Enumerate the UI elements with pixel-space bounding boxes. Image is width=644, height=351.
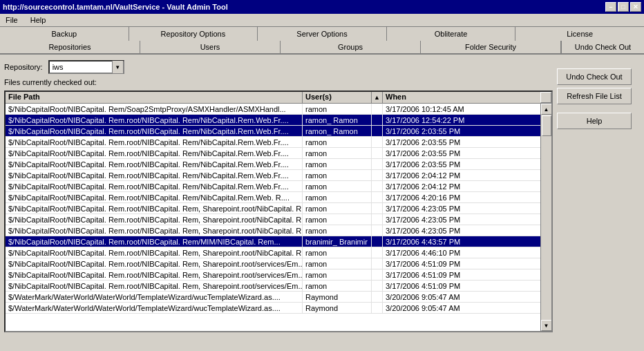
cell-sort (372, 115, 383, 125)
toolbar-undo-checkout[interactable]: Undo Check Out (561, 41, 644, 53)
sort-arrow-icon: ▲ (374, 94, 380, 101)
right-panel-spacer2 (557, 107, 640, 110)
table-row[interactable]: $/NibCapitalRoot/NIBCapital. Rem.root/NI… (6, 247, 540, 258)
cell-when: 3/17/2006 2:03:55 PM (383, 137, 540, 147)
table-row[interactable]: $/NibCapitalRoot/NIBCapital. Rem.root/NI… (6, 137, 540, 148)
table-row[interactable]: $/NibCapitalRoot/NIBCapital. Rem.root/NI… (6, 115, 540, 126)
table-row[interactable]: $/NibCapitalRoot/NIBCapital. Rem.root/NI… (6, 181, 540, 192)
cell-when: 3/17/2006 4:43:57 PM (383, 236, 540, 247)
cell-filepath: $/NibCapitalRoot/NIBCapital. Rem.root/NI… (6, 137, 303, 147)
col-header-users[interactable]: User(s) (303, 92, 372, 103)
cell-user: ramon (303, 137, 372, 147)
toolbar-groups[interactable]: Groups (281, 41, 421, 53)
toolbar-folder-security[interactable]: Folder Security (421, 41, 561, 53)
cell-when: 3/17/2006 4:23:05 PM (383, 203, 540, 214)
maximize-button[interactable]: □ (618, 2, 629, 12)
cell-filepath: $/NibCapitalRoot/NIBCapital. Rem.root/NI… (6, 236, 303, 247)
right-panel-spacer (557, 59, 640, 66)
table-row[interactable]: $/NibCapitalRoot/NIBCapital. Rem/Soap2Sm… (6, 104, 540, 115)
cell-when: 3/17/2006 2:04:12 PM (383, 170, 540, 180)
table-row[interactable]: $/NibCapitalRoot/NIBCapital. Rem.root/NI… (6, 225, 540, 236)
toolbar-users[interactable]: Users (140, 41, 281, 53)
repository-value: iws (50, 63, 112, 71)
cell-sort (372, 170, 383, 180)
table-row[interactable]: $/NibCapitalRoot/NIBCapital. Rem.root/NI… (6, 258, 540, 269)
toolbar-obliterate[interactable]: Obliterate (387, 27, 516, 41)
cell-user: ramon (303, 203, 372, 214)
col-header-sort[interactable]: ▲ (372, 92, 383, 103)
table-row[interactable]: $/WaterMark/WaterWorld/WaterWorld/Templa… (6, 303, 540, 314)
cell-when: 3/20/2006 9:05:47 AM (383, 292, 540, 302)
table-row[interactable]: $/NibCapitalRoot/NIBCapital. Rem.root/NI… (6, 148, 540, 159)
cell-filepath: $/WaterMark/WaterWorld/WaterWorld/Templa… (6, 303, 303, 313)
cell-filepath: $/NibCapitalRoot/NIBCapital. Rem.root/NI… (6, 159, 303, 169)
cell-sort (372, 203, 383, 214)
cell-when: 3/17/2006 4:20:16 PM (383, 192, 540, 202)
cell-sort (372, 159, 383, 169)
repository-dropdown-arrow[interactable]: ▼ (112, 61, 123, 73)
toolbar-repository-options[interactable]: Repository Options (129, 27, 258, 41)
toolbar-repositories[interactable]: Repositories (0, 41, 140, 53)
scrollbar-down-button[interactable]: ▼ (541, 320, 552, 331)
cell-user: ramon (303, 281, 372, 291)
file-table: File Path User(s) ▲ When $/NibCapitalRoo… (4, 91, 553, 332)
help-button[interactable]: Help (557, 113, 632, 129)
cell-sort (372, 225, 383, 236)
table-row[interactable]: $/NibCapitalRoot/NIBCapital. Rem.root/NI… (6, 269, 540, 281)
col-header-when[interactable]: When (383, 92, 540, 103)
menu-help[interactable]: Help (28, 15, 49, 25)
window-title: http://sourcecontrol.tamtam.nl/VaultServ… (3, 3, 605, 11)
cell-sort (372, 247, 383, 258)
cell-user: ramon_ Ramon (303, 115, 372, 125)
table-row[interactable]: $/NibCapitalRoot/NIBCapital. Rem.root/NI… (6, 192, 540, 203)
scrollbar-thumb[interactable] (542, 115, 551, 136)
cell-sort (372, 104, 383, 114)
cell-user: ramon (303, 269, 372, 280)
table-row[interactable]: $/NibCapitalRoot/NIBCapital. Rem.root/NI… (6, 170, 540, 181)
repository-dropdown[interactable]: iws ▼ (48, 60, 124, 74)
table-rows-container: $/NibCapitalRoot/NIBCapital. Rem/Soap2Sm… (6, 104, 540, 331)
cell-sort (372, 258, 383, 269)
refresh-file-list-button[interactable]: Refresh File List (557, 88, 632, 104)
table-row[interactable]: $/NibCapitalRoot/NIBCapital. Rem.root/NI… (6, 126, 540, 137)
table-header: File Path User(s) ▲ When (6, 92, 551, 104)
close-button[interactable]: ✕ (630, 2, 641, 12)
minimize-button[interactable]: – (605, 2, 616, 12)
cell-when: 3/17/2006 4:23:05 PM (383, 214, 540, 225)
cell-when: 3/17/2006 4:46:10 PM (383, 247, 540, 258)
repository-section: Repository: iws ▼ (4, 59, 553, 75)
toolbar-license[interactable]: License (515, 27, 644, 41)
cell-filepath: $/NibCapitalRoot/NIBCapital. Rem.root/NI… (6, 126, 303, 136)
table-row[interactable]: $/NibCapitalRoot/NIBCapital. Rem.root/NI… (6, 236, 540, 247)
cell-sort (372, 192, 383, 202)
cell-user: Raymond (303, 292, 372, 302)
cell-filepath: $/NibCapitalRoot/NIBCapital. Rem.root/NI… (6, 181, 303, 191)
menu-file[interactable]: File (3, 15, 21, 25)
cell-filepath: $/NibCapitalRoot/NIBCapital. Rem.root/NI… (6, 115, 303, 125)
left-panel: Repository: iws ▼ Files currently checke… (4, 59, 553, 332)
scrollbar-up-button[interactable]: ▲ (541, 104, 552, 115)
cell-filepath: $/NibCapitalRoot/NIBCapital. Rem.root/NI… (6, 258, 303, 269)
cell-user: ramon (303, 258, 372, 269)
cell-filepath: $/NibCapitalRoot/NIBCapital. Rem.root/NI… (6, 170, 303, 180)
table-row[interactable]: $/NibCapitalRoot/NIBCapital. Rem.root/NI… (6, 159, 540, 170)
cell-sort (372, 126, 383, 136)
cell-filepath: $/WaterMark/WaterWorld/WaterWorld/Templa… (6, 292, 303, 302)
toolbar-backup[interactable]: Backup (0, 27, 129, 41)
table-row[interactable]: $/NibCapitalRoot/NIBCapital. Rem.root/NI… (6, 203, 540, 214)
right-panel: Undo Check Out Refresh File List Help (557, 59, 640, 332)
cell-filepath: $/NibCapitalRoot/NIBCapital. Rem.root/NI… (6, 203, 303, 214)
cell-filepath: $/NibCapitalRoot/NIBCapital. Rem.root/NI… (6, 281, 303, 291)
col-header-filepath[interactable]: File Path (6, 92, 303, 103)
table-row[interactable]: $/NibCapitalRoot/NIBCapital. Rem.root/NI… (6, 214, 540, 225)
table-row[interactable]: $/NibCapitalRoot/NIBCapital. Rem.root/NI… (6, 281, 540, 292)
cell-user: ramon (303, 159, 372, 169)
cell-when: 3/17/2006 4:51:09 PM (383, 281, 540, 291)
cell-filepath: $/NibCapitalRoot/NIBCapital. Rem.root/NI… (6, 269, 303, 280)
toolbar-server-options[interactable]: Server Options (258, 27, 387, 41)
table-row[interactable]: $/WaterMark/WaterWorld/WaterWorld/Templa… (6, 292, 540, 303)
cell-when: 3/17/2006 4:23:05 PM (383, 225, 540, 236)
cell-filepath: $/NibCapitalRoot/NIBCapital. Rem.root/NI… (6, 192, 303, 202)
main-content: Repository: iws ▼ Files currently checke… (0, 55, 644, 336)
undo-checkout-button[interactable]: Undo Check Out (557, 68, 632, 85)
